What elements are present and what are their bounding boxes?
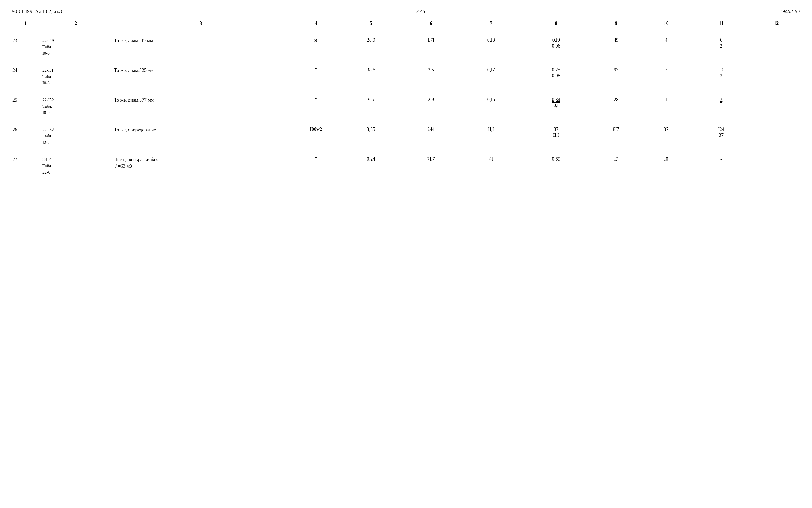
row-number: 23	[11, 35, 41, 59]
row-col6: 244	[401, 124, 461, 149]
spacer-row	[11, 119, 801, 124]
row-description: То же, диам.325 мм	[111, 65, 291, 89]
table-row: 2622-I62Табл.I2-2То же, оборудованиеI00м…	[11, 124, 801, 149]
col-header-1: 1	[11, 18, 41, 30]
row-description: То же, оборудование	[111, 124, 291, 149]
row-col9: 97	[591, 65, 641, 89]
header-left: 903-I-I99. Ал.I3.2,кн.3	[12, 8, 62, 14]
col-header-8: 8	[521, 18, 591, 30]
row-number: 26	[11, 124, 41, 149]
row-col8: 0,34 0,I	[521, 95, 591, 119]
row-col7: 0,I5	[461, 95, 521, 119]
col-header-5: 5	[341, 18, 401, 30]
row-col6: 7I,7	[401, 154, 461, 178]
fraction-col8: 0,25 0,08	[552, 67, 560, 79]
row-unit: м	[291, 35, 341, 59]
row-col12	[751, 35, 801, 59]
row-code: 22-I5IТабл.I0-8	[41, 65, 111, 89]
row-code: 8-I94Табл.22-6	[41, 154, 111, 178]
row-description: Леса для окраски бака√ =63 м3	[111, 154, 291, 178]
row-code: 22-I62Табл.I2-2	[41, 124, 111, 149]
row-col12	[751, 65, 801, 89]
row-col8: 0,I9 0,06	[521, 35, 591, 59]
spacer-row	[11, 89, 801, 95]
table-row: 2422-I5IТабл.I0-8То же, диам.325 мм"38,6…	[11, 65, 801, 89]
row-col9: 49	[591, 35, 641, 59]
col-header-4: 4	[291, 18, 341, 30]
col-header-10: 10	[641, 18, 691, 30]
col-header-7: 7	[461, 18, 521, 30]
row-number: 24	[11, 65, 41, 89]
row-description: То же, диам.2I9 мм	[111, 35, 291, 59]
row-col7: II,I	[461, 124, 521, 149]
row-unit: "	[291, 95, 341, 119]
col-header-2: 2	[41, 18, 111, 30]
fraction-col8: 0,34 0,I	[552, 97, 560, 108]
spacer-row	[11, 30, 801, 35]
header-right: 19462-52	[780, 8, 800, 14]
row-col7: 0,I7	[461, 65, 521, 89]
col-header-11: 11	[691, 18, 751, 30]
row-col5: 0,24	[341, 154, 401, 178]
row-code: 22-I49Табл.I0-6	[41, 35, 111, 59]
col-header-9: 9	[591, 18, 641, 30]
row-col8: 0,69	[521, 154, 591, 178]
fraction-col8: 0,I9 0,06	[552, 37, 560, 49]
col-header-3: 3	[111, 18, 291, 30]
row-col10: I	[641, 95, 691, 119]
row-col6: I,7I	[401, 35, 461, 59]
row-number: 27	[11, 154, 41, 178]
fraction-col11: 3 I	[720, 97, 722, 108]
fraction-col8: 37 II,I	[553, 127, 559, 138]
row-col11: 3 I	[691, 95, 751, 119]
row-col6: 2,9	[401, 95, 461, 119]
row-col12	[751, 154, 801, 178]
table-row: 2322-I49Табл.I0-6То же, диам.2I9 ммм28,9…	[11, 35, 801, 59]
row-col5: 38,6	[341, 65, 401, 89]
row-col11: I0 3	[691, 65, 751, 89]
row-unit: I00м2	[291, 124, 341, 149]
row-col5: 3,35	[341, 124, 401, 149]
main-table: 1 2 3 4 5 6 7 8 9 10 11 12 2322-I49Табл.…	[11, 17, 801, 178]
row-col10: I0	[641, 154, 691, 178]
row-col9: 8I7	[591, 124, 641, 149]
row-col11: I24 37	[691, 124, 751, 149]
fraction-col11: I24 37	[718, 127, 724, 138]
row-col6: 2,5	[401, 65, 461, 89]
row-col10: 7	[641, 65, 691, 89]
row-col5: 9,5	[341, 95, 401, 119]
table-row: 2522-I52Табл.I0-9То же, диам.377 мм"9,52…	[11, 95, 801, 119]
row-col5: 28,9	[341, 35, 401, 59]
row-code: 22-I52Табл.I0-9	[41, 95, 111, 119]
row-col11: 6 2	[691, 35, 751, 59]
row-col8: 37 II,I	[521, 124, 591, 149]
col-header-6: 6	[401, 18, 461, 30]
row-col10: 4	[641, 35, 691, 59]
fraction-col11: 6 2	[720, 37, 722, 49]
row-col12	[751, 95, 801, 119]
row-number: 25	[11, 95, 41, 119]
row-col7: 0,I3	[461, 35, 521, 59]
spacer-row	[11, 59, 801, 65]
col8-value: 0,69	[552, 156, 560, 162]
table-row: 278-I94Табл.22-6Леса для окраски бака√ =…	[11, 154, 801, 178]
header-center: — 275 —	[408, 8, 434, 15]
page-header: 903-I-I99. Ал.I3.2,кн.3 — 275 — 19462-52	[11, 8, 801, 15]
row-col7: 4I	[461, 154, 521, 178]
row-col12	[751, 124, 801, 149]
spacer-row	[11, 149, 801, 154]
col-header-12: 12	[751, 18, 801, 30]
row-unit: "	[291, 154, 341, 178]
row-col9: 28	[591, 95, 641, 119]
row-unit: "	[291, 65, 341, 89]
row-col11: -	[691, 154, 751, 178]
row-col10: 37	[641, 124, 691, 149]
row-col9: I7	[591, 154, 641, 178]
fraction-col11: I0 3	[719, 67, 723, 79]
row-description: То же, диам.377 мм	[111, 95, 291, 119]
header-row: 1 2 3 4 5 6 7 8 9 10 11 12	[11, 18, 801, 30]
row-col8: 0,25 0,08	[521, 65, 591, 89]
